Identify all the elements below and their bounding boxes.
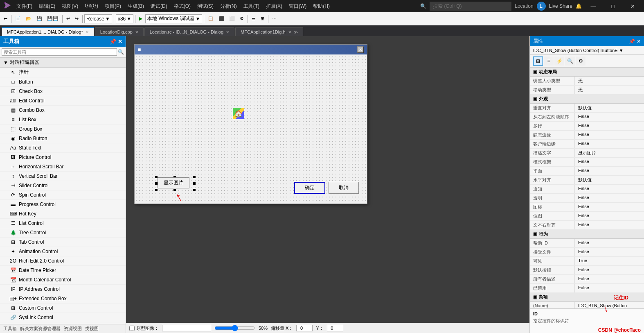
props-btn-events[interactable]: ⚡ bbox=[554, 57, 564, 66]
toolbox-item-20[interactable]: 2ORich Edit 2.0 Control bbox=[0, 256, 126, 266]
tab-0[interactable]: MFCApplication1.... DIALOG - Dialog* ✕ bbox=[2, 27, 94, 36]
toolbox-item-5[interactable]: ≡List Box bbox=[0, 115, 126, 125]
props-val-beh-2[interactable]: True bbox=[575, 257, 644, 265]
toolbox-close-icon[interactable]: ✕ bbox=[118, 39, 122, 45]
props-val-app-11[interactable]: False bbox=[575, 203, 644, 211]
toolbox-tab-solution[interactable]: 解决方案资源管理器 bbox=[20, 326, 61, 332]
menu-format[interactable]: 格式(O) bbox=[171, 2, 193, 11]
toolbox-item-24[interactable]: ▤+Extended Combo Box bbox=[0, 294, 126, 304]
props-val-beh-4[interactable]: False bbox=[575, 275, 644, 283]
props-val-app-8[interactable]: 默认值 bbox=[575, 176, 644, 184]
props-val-app-4[interactable]: False bbox=[575, 140, 644, 148]
props-val-move[interactable]: 无 bbox=[575, 86, 644, 94]
toolbox-item-13[interactable]: ⟳Spin Control bbox=[0, 190, 126, 200]
debug-dropdown[interactable]: 本地 Windows 调试器 ▼ bbox=[145, 14, 202, 23]
menu-view[interactable]: 视图(V) bbox=[59, 2, 81, 11]
toolbar-extra[interactable]: ⋯ bbox=[270, 15, 279, 23]
props-val-app-6[interactable]: False bbox=[575, 158, 644, 166]
tab-3-close[interactable]: ✕ bbox=[288, 30, 291, 34]
props-val-app-3[interactable]: False bbox=[575, 131, 644, 139]
offset-y-input[interactable] bbox=[327, 325, 343, 331]
props-pin-icon[interactable]: 📌 bbox=[629, 39, 635, 44]
menu-extensions[interactable]: 扩展(X) bbox=[263, 2, 285, 11]
props-val-app-13[interactable]: False bbox=[575, 221, 644, 229]
toolbar-back[interactable]: ⬅ bbox=[2, 15, 9, 23]
tab-2[interactable]: Location.rc - ID...N_DIALOG - Dialog ✕ bbox=[144, 27, 234, 36]
toolbar-b2[interactable]: ⬛ bbox=[216, 15, 226, 23]
toolbox-search-input[interactable] bbox=[2, 48, 117, 56]
props-btn-search[interactable]: 🔍 bbox=[565, 57, 575, 66]
toolbox-item-6[interactable]: ⬚Group Box bbox=[0, 125, 126, 134]
offset-x-input[interactable] bbox=[296, 325, 313, 331]
toolbox-item-0[interactable]: ↖指针 bbox=[0, 68, 126, 77]
props-val-app-10[interactable]: False bbox=[575, 194, 644, 202]
user-avatar[interactable]: L bbox=[537, 2, 546, 11]
tab-0-close[interactable]: ✕ bbox=[86, 30, 89, 34]
props-btn-grid[interactable]: ⊞ bbox=[533, 57, 543, 66]
props-val-misc-0[interactable]: IDC_BTN_Show (Button bbox=[575, 302, 644, 308]
toolbox-item-4[interactable]: ▤Combo Box bbox=[0, 106, 126, 115]
toolbox-item-14[interactable]: ▬Progress Control bbox=[0, 200, 126, 209]
props-val-app-2[interactable]: False bbox=[575, 122, 644, 130]
toolbar-new[interactable]: 📄 bbox=[13, 15, 23, 23]
toolbar-undo[interactable]: ↩ bbox=[64, 15, 72, 23]
menu-tools[interactable]: 工具(T) bbox=[241, 2, 262, 11]
toolbox-item-2[interactable]: ☑Check Box bbox=[0, 87, 126, 96]
toolbox-item-22[interactable]: 📆Month Calendar Control bbox=[0, 275, 126, 285]
toolbox-item-12[interactable]: ⊣Slider Control bbox=[0, 181, 126, 190]
props-btn-settings[interactable]: ⚙ bbox=[576, 57, 585, 66]
dialog-ok-btn[interactable]: 确定 bbox=[294, 182, 325, 194]
toolbar-format[interactable]: ☰ bbox=[250, 15, 258, 23]
toolbox-item-18[interactable]: ⊟Tab Control bbox=[0, 238, 126, 247]
toolbox-item-25[interactable]: ⊞Custom Control bbox=[0, 304, 126, 313]
title-search-input[interactable] bbox=[430, 2, 511, 11]
menu-build[interactable]: 生成(B) bbox=[125, 2, 146, 11]
toolbox-item-16[interactable]: ☰List Control bbox=[0, 219, 126, 228]
menu-file[interactable]: 文件(F) bbox=[14, 2, 35, 11]
toolbar-save[interactable]: 💾 bbox=[34, 15, 44, 23]
menu-debug[interactable]: 调试(D) bbox=[148, 2, 170, 11]
toolbar-save-all[interactable]: 💾💾 bbox=[45, 15, 61, 23]
toolbox-item-3[interactable]: ablEdit Control bbox=[0, 96, 126, 106]
menu-test[interactable]: 测试(S) bbox=[195, 2, 216, 11]
toolbox-item-17[interactable]: 🌲Tree Control bbox=[0, 228, 126, 238]
tab-2-close[interactable]: ✕ bbox=[226, 30, 229, 34]
toolbox-tab-toolbox[interactable]: 工具箱 bbox=[3, 326, 17, 332]
dialog-body[interactable]: 🏠 显示图片 ↑ 确定 取消 bbox=[135, 54, 367, 202]
toolbox-item-15[interactable]: ⌨Hot Key bbox=[0, 209, 126, 219]
toolbox-item-8[interactable]: AaStatic Text bbox=[0, 143, 126, 153]
toolbar-b3[interactable]: ⬜ bbox=[227, 15, 237, 23]
menu-help[interactable]: 帮助(H) bbox=[311, 2, 332, 11]
toolbar-play[interactable]: ▶ bbox=[137, 15, 144, 23]
props-val-app-1[interactable]: False bbox=[575, 113, 644, 121]
props-section-layout[interactable]: ▣ 动态布局 bbox=[530, 68, 644, 77]
platform-dropdown[interactable]: x86 ▼ bbox=[116, 14, 133, 23]
toolbox-item-21[interactable]: 📅Date Time Picker bbox=[0, 266, 126, 275]
toolbox-item-9[interactable]: 🖼Picture Control bbox=[0, 153, 126, 162]
maximize-button[interactable]: □ bbox=[605, 0, 621, 12]
menu-project[interactable]: 项目(P) bbox=[102, 2, 124, 11]
toolbox-item-10[interactable]: ↔Horizontal Scroll Bar bbox=[0, 162, 126, 172]
tab-3[interactable]: MFCApplication1Dlg.h ✕ ≫ bbox=[235, 27, 303, 36]
props-val-beh-0[interactable]: False bbox=[575, 239, 644, 247]
toolbar-redo[interactable]: ↪ bbox=[73, 15, 81, 23]
dialog-cancel-btn[interactable]: 取消 bbox=[329, 182, 359, 194]
props-val-app-9[interactable]: False bbox=[575, 185, 644, 193]
menu-edit[interactable]: 编辑(E) bbox=[36, 2, 58, 11]
menu-analyze[interactable]: 分析(N) bbox=[218, 2, 239, 11]
toolbar-open[interactable]: 📂 bbox=[24, 15, 34, 23]
config-dropdown[interactable]: Release ▼ bbox=[84, 14, 112, 23]
toolbar-b4[interactable]: ⚙ bbox=[238, 15, 246, 23]
toolbox-section-header[interactable]: ▼ 对话框编辑器 bbox=[0, 58, 126, 68]
props-val-app-12[interactable]: False bbox=[575, 212, 644, 220]
props-section-appearance[interactable]: ▣ 外观 bbox=[530, 95, 644, 104]
toolbox-item-7[interactable]: ◉Radio Button bbox=[0, 134, 126, 143]
toolbox-item-26[interactable]: 🔗SysLink Control bbox=[0, 313, 126, 322]
menu-git[interactable]: Git(G) bbox=[82, 2, 101, 11]
prototype-checkbox[interactable] bbox=[129, 326, 135, 331]
props-val-resize[interactable]: 无 bbox=[575, 77, 644, 85]
close-button[interactable]: ✕ bbox=[624, 0, 641, 12]
props-val-app-0[interactable]: 默认值 bbox=[575, 104, 644, 112]
toolbox-tab-resource[interactable]: 资源视图 bbox=[64, 326, 82, 332]
dialog-close-btn[interactable]: ✕ bbox=[357, 46, 364, 53]
